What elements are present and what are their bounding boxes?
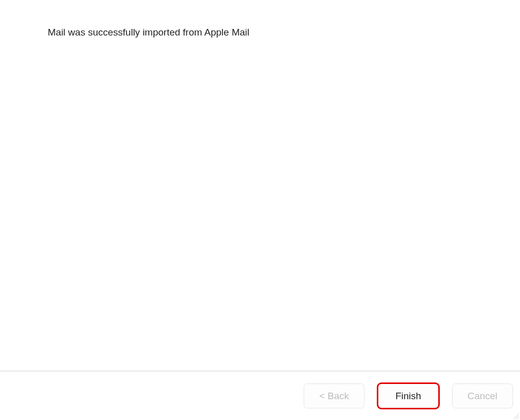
back-button[interactable]: < Back <box>304 383 365 408</box>
finish-button[interactable]: Finish <box>378 383 439 408</box>
content-area: Mail was successfully imported from Appl… <box>0 0 520 371</box>
svg-line-0 <box>514 414 519 419</box>
cancel-button[interactable]: Cancel <box>452 383 513 408</box>
svg-line-1 <box>516 416 519 419</box>
status-message: Mail was successfully imported from Appl… <box>48 26 472 39</box>
resize-grip-icon <box>513 413 519 419</box>
button-bar: < Back Finish Cancel <box>0 371 520 420</box>
